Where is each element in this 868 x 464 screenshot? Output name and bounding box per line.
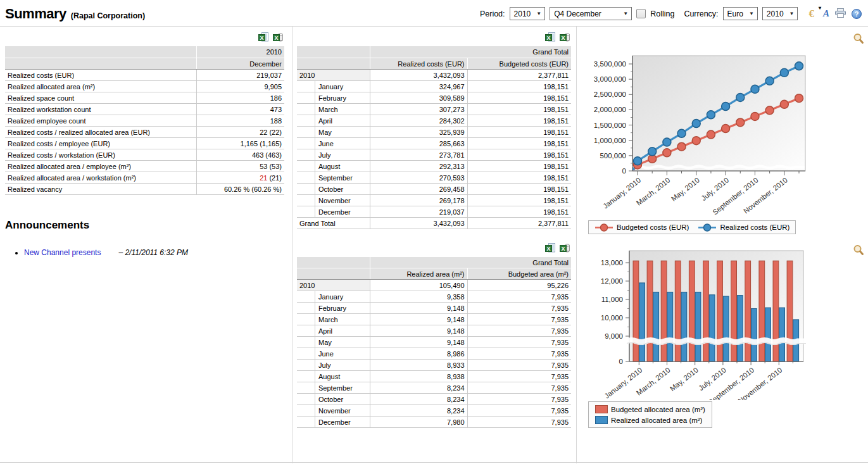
table-row: May9,1487,935 xyxy=(297,337,571,348)
cell-value: 463 (463) xyxy=(196,149,284,160)
cell-value: 7,935 xyxy=(467,360,571,371)
row-label: Realized vacancy xyxy=(5,183,196,194)
period-year-select[interactable]: 2010▼ xyxy=(510,7,546,20)
announcement-date: – 2/11/2011 6:32 PM xyxy=(118,248,188,257)
period-year-value: 2010 xyxy=(514,9,531,18)
legend-item: Realized costs (EUR) xyxy=(698,223,789,232)
cell-value: 198,151 xyxy=(467,183,571,194)
page-header: Summary (Rapal Corporation) Period: 2010… xyxy=(0,0,868,27)
cell-value: 3,432,093 xyxy=(370,69,467,80)
svg-text:9,000: 9,000 xyxy=(605,332,623,340)
row-label: December xyxy=(297,417,370,428)
cost-chart-legend: Budgeted costs (EUR)Realized costs (EUR) xyxy=(588,220,796,234)
row-label: Realized employee count xyxy=(5,115,196,126)
export-excel-data-icon[interactable]: X xyxy=(560,32,570,43)
table-row: August8,9387,935 xyxy=(297,371,571,382)
table-row: December219,037198,151 xyxy=(297,206,571,217)
currency-label: Currency: xyxy=(684,9,718,18)
summary-header-blank xyxy=(5,46,196,58)
svg-text:10,000: 10,000 xyxy=(601,314,623,322)
cell-value: 7,935 xyxy=(467,303,571,314)
cell-value: 7,935 xyxy=(467,314,571,325)
cell-value: 307,273 xyxy=(370,103,467,115)
area-chart-legend: Budgeted allocated area (m²)Realized all… xyxy=(588,401,712,428)
row-label: May xyxy=(297,337,370,348)
row-label: October xyxy=(297,183,370,194)
table-row: Realized costs (EUR)219,037 xyxy=(5,69,284,80)
header-controls: Period: 2010▼ Q4 December▼ Rolling Curre… xyxy=(480,7,862,20)
currency-select[interactable]: Euro▼ xyxy=(723,7,758,20)
cell-value: 7,935 xyxy=(467,405,571,417)
export-excel-icon[interactable]: X xyxy=(545,32,555,43)
export-excel-icon[interactable]: X xyxy=(545,243,555,254)
row-label: February xyxy=(297,303,370,314)
help-icon[interactable]: ? xyxy=(852,9,862,19)
cell-value: 9,148 xyxy=(370,337,467,348)
export-excel-data-icon[interactable]: X xyxy=(560,243,570,254)
chevron-down-icon: ▼ xyxy=(789,11,795,16)
row-label: August xyxy=(297,371,370,382)
svg-text:2,000,000: 2,000,000 xyxy=(594,106,626,113)
rolling-checkbox[interactable] xyxy=(636,9,646,18)
chart-zoom-icon[interactable] xyxy=(853,244,864,257)
svg-text:January, 2010: January, 2010 xyxy=(601,176,642,210)
table-row: Realized allocated area / employee (m²)5… xyxy=(5,160,284,172)
cell-value: 8,234 xyxy=(370,394,467,405)
cell-value: 8,234 xyxy=(370,382,467,394)
svg-text:13,000: 13,000 xyxy=(601,259,623,266)
table-row: April284,302198,151 xyxy=(297,115,571,126)
cell-value: 325,939 xyxy=(370,126,467,137)
cell-value: 198,151 xyxy=(467,206,571,217)
export-excel-icon[interactable]: X xyxy=(258,32,268,43)
font-language-icon[interactable]: ▾A xyxy=(820,8,829,19)
euro-icon[interactable]: € xyxy=(808,8,814,20)
svg-text:11,000: 11,000 xyxy=(601,296,623,303)
cell-value: 8,938 xyxy=(370,371,467,382)
cell-value: 198,151 xyxy=(467,137,571,149)
period-quarter-select[interactable]: Q4 December▼ xyxy=(550,7,632,20)
currency-year-select[interactable]: 2010▼ xyxy=(762,7,798,20)
cell-value: 273,781 xyxy=(370,149,467,160)
cell-value: 269,458 xyxy=(370,183,467,194)
table-row: February309,589198,151 xyxy=(297,92,571,103)
legend-item: Realized allocated area (m²) xyxy=(595,416,702,424)
cell-value: 9,148 xyxy=(370,303,467,314)
cell-value: 95,226 xyxy=(467,280,571,291)
announcements-list: New Channel presents – 2/11/2011 6:32 PM xyxy=(5,248,284,257)
svg-text:X: X xyxy=(561,245,565,251)
svg-text:X: X xyxy=(546,35,550,41)
chart-zoom-icon[interactable] xyxy=(853,33,864,46)
area-bar-chart-block: 09,00010,00011,00012,00013,000January, 2… xyxy=(579,241,868,428)
cell-value: 198,151 xyxy=(467,160,571,172)
cell-value: 309,589 xyxy=(370,92,467,103)
cell-value: 8,986 xyxy=(370,348,467,360)
svg-text:0: 0 xyxy=(619,358,623,365)
cell-value: 186 xyxy=(196,92,284,103)
cell-value: 269,178 xyxy=(370,194,467,206)
arrow-icon: ▾ xyxy=(819,5,821,11)
chevron-down-icon: ▼ xyxy=(623,11,628,16)
cell-value: 219,037 xyxy=(370,206,467,217)
table-row: Realized allocated area (m²)9,905 xyxy=(5,80,284,92)
row-label: August xyxy=(297,160,370,172)
svg-text:500,000: 500,000 xyxy=(600,152,626,160)
cell-value: 198,151 xyxy=(467,92,571,103)
svg-text:X: X xyxy=(561,35,565,41)
table-row: June285,663198,151 xyxy=(297,137,571,149)
export-excel-data-icon[interactable]: X xyxy=(273,32,283,43)
row-label: Grand Total xyxy=(297,217,370,229)
currency-year-value: 2010 xyxy=(767,9,784,18)
summary-export-row: X X xyxy=(5,32,283,43)
table-row: November8,2347,935 xyxy=(297,405,571,417)
cell-value: 198,151 xyxy=(467,126,571,137)
table-row: July273,781198,151 xyxy=(297,149,571,160)
row-label: Realized costs / employee (EUR) xyxy=(5,137,196,149)
table-row: Realized workstation count473 xyxy=(5,103,284,115)
cell-value: 8,234 xyxy=(370,405,467,417)
table-row: Realized vacancy60.26 % (60.26 %) xyxy=(5,183,284,194)
cell-value: 60.26 % (60.26 %) xyxy=(196,183,284,194)
table-row: March307,273198,151 xyxy=(297,103,571,115)
content: X X 2010 December Realized costs (EUR)21… xyxy=(0,27,868,463)
announcement-link[interactable]: New Channel presents xyxy=(24,248,101,257)
print-icon[interactable] xyxy=(835,8,846,20)
